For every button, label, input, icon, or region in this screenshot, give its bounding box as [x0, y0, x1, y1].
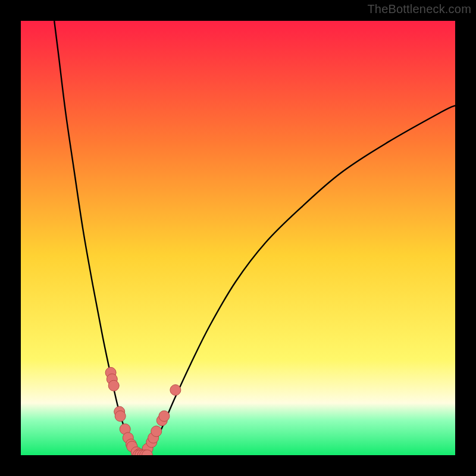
marker — [159, 411, 170, 421]
chart-card: TheBottleneck.com — [0, 0, 476, 476]
watermark-text: TheBottleneck.com — [367, 2, 471, 16]
marker — [108, 380, 119, 391]
series-right-branch — [146, 105, 455, 455]
marker — [115, 411, 126, 421]
series-left-branch — [54, 21, 140, 455]
plot-area — [21, 21, 455, 455]
marker — [151, 426, 162, 437]
marker — [170, 385, 181, 396]
curve-layer — [21, 21, 455, 455]
